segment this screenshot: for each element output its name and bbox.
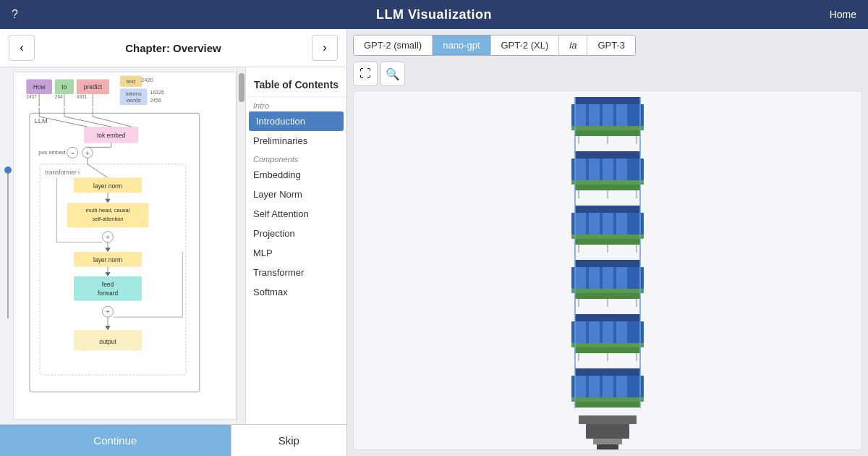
svg-rect-138 bbox=[597, 444, 618, 451]
toc-item-embedding[interactable]: Embedding bbox=[246, 165, 346, 185]
help-icon[interactable]: ? bbox=[12, 8, 18, 21]
svg-rect-57 bbox=[74, 276, 142, 301]
svg-rect-116 bbox=[575, 314, 640, 321]
search-icon: 🔍 bbox=[386, 67, 400, 81]
chapter-next-button[interactable]: › bbox=[312, 35, 338, 61]
model-tab-gpt2-small[interactable]: GPT-2 (small) bbox=[354, 35, 433, 55]
svg-text:pos embed: pos embed bbox=[38, 149, 65, 156]
svg-rect-77 bbox=[616, 104, 627, 126]
svg-rect-99 bbox=[616, 213, 627, 235]
toc-item-projection[interactable]: Projection bbox=[246, 224, 346, 243]
svg-text:264: 264 bbox=[55, 94, 63, 99]
svg-rect-127 bbox=[575, 368, 640, 376]
svg-text:self-attention: self-attention bbox=[93, 216, 124, 222]
progress-indicator bbox=[4, 166, 12, 326]
toc-item-softmax[interactable]: Softmax bbox=[246, 282, 346, 302]
svg-text:+: + bbox=[106, 233, 110, 241]
toc-section-intro: Intro bbox=[246, 97, 346, 111]
toc-item-transformer[interactable]: Transformer bbox=[246, 263, 346, 282]
svg-rect-112 bbox=[575, 293, 640, 299]
fullscreen-button[interactable]: ⛶ bbox=[353, 62, 378, 86]
top-navigation: ? LLM Visualization Home bbox=[0, 0, 868, 29]
svg-rect-137 bbox=[593, 439, 622, 444]
svg-rect-90 bbox=[575, 185, 640, 190]
svg-text:2420: 2420 bbox=[141, 77, 153, 83]
svg-text:+: + bbox=[106, 308, 110, 316]
svg-rect-100 bbox=[571, 235, 644, 239]
svg-text:words: words bbox=[126, 97, 141, 104]
fullscreen-icon: ⛶ bbox=[359, 67, 371, 80]
svg-rect-83 bbox=[575, 151, 640, 159]
svg-rect-79 bbox=[575, 130, 640, 136]
svg-text:text: text bbox=[127, 78, 136, 85]
svg-marker-43 bbox=[105, 199, 111, 203]
svg-text:4331: 4331 bbox=[77, 94, 88, 99]
right-panel: GPT-2 (small) nano-gpt GPT-2 (XL) la GPT… bbox=[347, 29, 868, 456]
svg-line-29 bbox=[93, 117, 132, 127]
svg-rect-107 bbox=[575, 267, 586, 289]
continue-button[interactable]: Continue bbox=[0, 425, 231, 456]
table-of-contents: Table of Contents Intro Introduction Pre… bbox=[245, 67, 346, 424]
svg-rect-86 bbox=[589, 159, 600, 180]
svg-rect-105 bbox=[575, 260, 640, 267]
search-button[interactable]: 🔍 bbox=[380, 62, 405, 86]
model-tab-gpt2-xl[interactable]: GPT-2 (XL) bbox=[491, 35, 560, 55]
svg-rect-133 bbox=[571, 397, 644, 402]
svg-rect-75 bbox=[589, 104, 600, 126]
svg-rect-87 bbox=[603, 159, 613, 180]
svg-text:~: ~ bbox=[71, 150, 75, 157]
svg-rect-119 bbox=[589, 321, 600, 343]
diagram-area: How to predict text 2420 tokens words bbox=[13, 72, 237, 420]
svg-text:output: output bbox=[99, 338, 116, 345]
content-area: How to predict text 2420 tokens words bbox=[0, 67, 346, 424]
toc-item-mlp[interactable]: MLP bbox=[246, 243, 346, 263]
bottom-buttons: Continue Skip bbox=[0, 424, 346, 456]
svg-text:2456: 2456 bbox=[150, 98, 161, 103]
viz-toolbar: ⛶ 🔍 bbox=[353, 62, 862, 86]
svg-rect-130 bbox=[589, 376, 600, 397]
svg-text:forward: forward bbox=[98, 290, 118, 297]
model-tab-nano-gpt[interactable]: nano-gpt bbox=[433, 35, 490, 55]
toc-section-components: Components bbox=[246, 151, 346, 165]
diagram-scrollbar[interactable] bbox=[237, 67, 245, 424]
home-link[interactable]: Home bbox=[830, 9, 856, 20]
svg-text:feed: feed bbox=[102, 281, 114, 288]
toc-header: Table of Contents bbox=[246, 73, 346, 97]
model-tabs: GPT-2 (small) nano-gpt GPT-2 (XL) la GPT… bbox=[353, 35, 862, 56]
svg-rect-110 bbox=[616, 267, 627, 289]
svg-rect-136 bbox=[586, 424, 629, 439]
svg-rect-121 bbox=[616, 321, 627, 343]
skip-button[interactable]: Skip bbox=[231, 425, 346, 456]
chapter-prev-button[interactable]: ‹ bbox=[9, 35, 35, 61]
svg-text:predict: predict bbox=[84, 83, 103, 90]
app-title: LLM Visualization bbox=[376, 7, 492, 22]
chapter-header: ‹ Chapter: Overview › bbox=[0, 29, 346, 67]
main-layout: ‹ Chapter: Overview › How to pre bbox=[0, 29, 868, 456]
nn-visualization bbox=[535, 90, 680, 450]
progress-line bbox=[7, 174, 9, 318]
toc-item-introduction[interactable]: Introduction bbox=[249, 111, 344, 131]
svg-rect-134 bbox=[575, 402, 640, 408]
svg-rect-98 bbox=[603, 213, 613, 235]
svg-text:tok embed: tok embed bbox=[97, 132, 126, 139]
model-tab-gpt3[interactable]: GPT-3 bbox=[587, 35, 635, 55]
left-panel: ‹ Chapter: Overview › How to pre bbox=[0, 29, 347, 456]
svg-rect-97 bbox=[589, 213, 600, 235]
svg-line-27 bbox=[64, 117, 111, 127]
svg-rect-120 bbox=[603, 321, 613, 343]
toc-item-self-attention[interactable]: Self Attention bbox=[246, 204, 346, 224]
toc-item-preliminaries[interactable]: Preliminaries bbox=[246, 131, 346, 151]
svg-rect-72 bbox=[575, 97, 640, 104]
progress-dot bbox=[4, 166, 12, 174]
svg-text:layer norm: layer norm bbox=[93, 182, 122, 190]
svg-rect-78 bbox=[571, 126, 644, 130]
model-tab-la[interactable]: la bbox=[559, 35, 587, 55]
svg-text:+: + bbox=[85, 149, 90, 157]
svg-rect-76 bbox=[603, 104, 613, 126]
svg-rect-135 bbox=[579, 415, 637, 424]
svg-text:16326: 16326 bbox=[150, 90, 164, 95]
svg-line-69 bbox=[88, 164, 108, 178]
svg-rect-96 bbox=[575, 213, 586, 235]
toc-item-layer-norm[interactable]: Layer Norm bbox=[246, 185, 346, 204]
svg-rect-85 bbox=[575, 159, 586, 180]
